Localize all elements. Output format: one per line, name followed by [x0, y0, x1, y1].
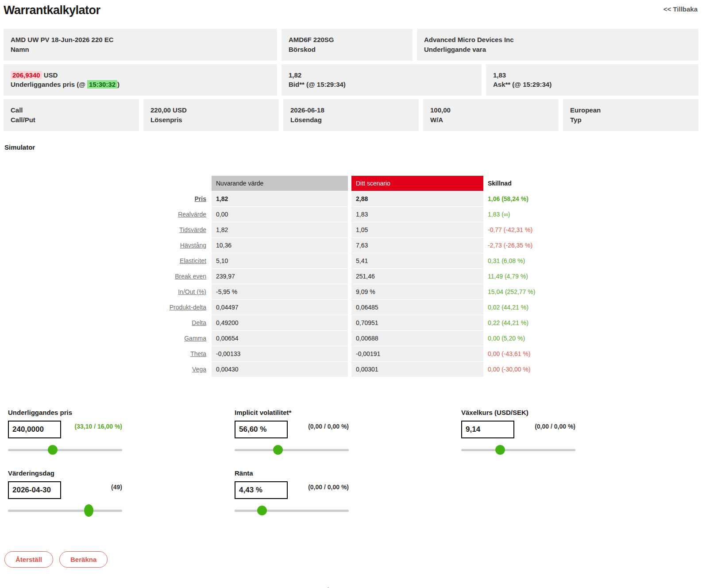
- cell-diff: 0,02 (44,21 %): [487, 300, 698, 315]
- cell-current: -0,00133: [212, 346, 348, 361]
- slider-track[interactable]: [235, 449, 349, 451]
- info-value: 220,00 USD: [150, 105, 272, 115]
- ask-value: 1,83: [493, 70, 691, 80]
- interest-rate-slider[interactable]: [235, 505, 349, 516]
- underlying-price-annotation: (33,10 / 16,00 %): [75, 423, 122, 430]
- info-value: Advanced Micro Devices Inc: [424, 35, 691, 45]
- valuation-date-annotation: (49): [111, 484, 122, 491]
- cell-diff: 1,06 (58,24 %): [487, 191, 698, 206]
- cell-diff: 15,04 (252,77 %): [487, 284, 698, 299]
- row-label-theta: Theta: [4, 350, 208, 357]
- cell-scenario: 7,63: [351, 238, 483, 253]
- underlying-price-value: 206,9340: [11, 71, 42, 79]
- info-box-name: AMD UW PV 18-Jun-2026 220 EC Namn: [4, 29, 277, 61]
- info-value: AMD UW PV 18-Jun-2026 220 EC: [11, 35, 270, 45]
- slider-thumb[interactable]: [84, 504, 93, 517]
- info-box-callput: Call Call/Put: [4, 99, 139, 131]
- slider-track[interactable]: [8, 510, 122, 512]
- info-value: 100,00: [430, 105, 552, 115]
- info-value: 2026-06-18: [290, 105, 412, 115]
- info-label: Underliggande vara: [424, 45, 691, 54]
- info-box-expiry: 2026-06-18 Lösendag: [283, 99, 419, 131]
- cell-current: 1,82: [212, 222, 348, 237]
- row-link[interactable]: Realvärde: [178, 211, 206, 218]
- slider-track[interactable]: [235, 510, 349, 512]
- bid-value: 1,82: [289, 70, 474, 80]
- control-underlying-price: Underliggandes pris (33,10 / 16,00 %): [8, 409, 122, 455]
- underlying-price-label-suffix: ): [117, 81, 120, 88]
- info-value: AMD6F 220SG: [289, 35, 405, 45]
- row-label-vega: Vega: [4, 366, 208, 373]
- row-link[interactable]: In/Out (%): [178, 288, 206, 295]
- control-label: Växelkurs (USD/SEK): [461, 409, 575, 416]
- slider-thumb[interactable]: [48, 445, 58, 455]
- column-header-diff: Skillnad: [487, 176, 698, 191]
- underlying-price-currency: USD: [44, 71, 58, 79]
- reset-button[interactable]: Återställ: [4, 551, 53, 568]
- cell-diff: 0,00 (-43,61 %): [487, 346, 698, 361]
- info-box-underlying: Advanced Micro Devices Inc Underliggande…: [417, 29, 698, 61]
- cell-diff: -2,73 (-26,35 %): [487, 238, 698, 253]
- control-interest-rate: Ränta (0,00 / 0,00 %): [235, 469, 349, 516]
- interest-rate-input[interactable]: [235, 481, 288, 499]
- simulator-table: Nuvarande värde Ditt scenario Skillnad P…: [4, 176, 698, 377]
- row-link[interactable]: Vega: [192, 366, 206, 373]
- slider-thumb[interactable]: [495, 445, 505, 455]
- exchange-rate-slider[interactable]: [461, 445, 575, 455]
- info-row-2: 206,9340 USD Underliggandes pris (@ 15:3…: [4, 64, 698, 96]
- slider-thumb[interactable]: [273, 445, 283, 455]
- cell-current: 10,36: [212, 238, 348, 253]
- control-label: Underliggandes pris: [8, 409, 122, 416]
- row-link[interactable]: Pris: [195, 195, 206, 202]
- implied-volatility-annotation: (0,00 / 0,00 %): [308, 423, 349, 430]
- info-row-3: Call Call/Put 220,00 USD Lösenpris 2026-…: [4, 99, 698, 131]
- info-row-1: AMD UW PV 18-Jun-2026 220 EC Namn AMD6F …: [4, 29, 698, 61]
- valuation-date-input[interactable]: [8, 481, 61, 499]
- row-label-gamma: Gamma: [4, 335, 208, 342]
- info-value: Call: [11, 105, 132, 115]
- underlying-price-input[interactable]: [8, 421, 61, 438]
- back-link[interactable]: << Tillbaka: [663, 5, 698, 13]
- cell-scenario: 0,06485: [351, 300, 483, 315]
- column-header-current: Nuvarande värde: [212, 176, 348, 191]
- control-label: Implicit volatilitet*: [235, 409, 349, 416]
- slider-track[interactable]: [461, 449, 575, 451]
- column-header-scenario: Ditt scenario: [351, 176, 483, 191]
- underlying-price-label-text: Underliggandes pris (@: [11, 81, 87, 88]
- underlying-price-slider[interactable]: [8, 445, 122, 455]
- cell-current: 0,04497: [212, 300, 348, 315]
- row-label-in-out: In/Out (%): [4, 288, 208, 295]
- cell-diff: 0,22 (44,21 %): [487, 315, 698, 330]
- row-label-tidsvarde: Tidsvärde: [4, 226, 208, 233]
- ask-label: Ask** (@ 15:29:34): [493, 80, 691, 89]
- topbar: Warrantkalkylator << Tillbaka: [4, 4, 698, 17]
- row-link[interactable]: Theta: [190, 350, 206, 357]
- cell-diff: 0,00 (-30,00 %): [487, 362, 698, 377]
- slider-thumb[interactable]: [257, 506, 267, 515]
- row-link[interactable]: Produkt-delta: [170, 304, 206, 311]
- button-row: Återställ Beräkna: [4, 551, 698, 568]
- page-title: Warrantkalkylator: [4, 4, 100, 17]
- row-link[interactable]: Tidsvärde: [179, 226, 206, 233]
- cell-scenario: 251,46: [351, 269, 483, 284]
- exchange-rate-input[interactable]: [461, 421, 514, 438]
- simulator-heading: Simulator: [4, 143, 698, 151]
- valuation-date-slider[interactable]: [8, 505, 122, 516]
- cell-scenario: 5,41: [351, 253, 483, 268]
- calculate-button[interactable]: Beräkna: [59, 551, 108, 568]
- cell-diff: 11,49 (4,79 %): [487, 269, 698, 284]
- row-link[interactable]: Delta: [192, 319, 206, 326]
- cell-diff: 0,00 (5,20 %): [487, 331, 698, 346]
- cell-diff: 0,31 (6,08 %): [487, 253, 698, 268]
- implied-volatility-slider[interactable]: [235, 445, 349, 455]
- row-link[interactable]: Gamma: [184, 335, 206, 342]
- row-link[interactable]: Break even: [175, 273, 206, 280]
- row-label-realvarde: Realvärde: [4, 211, 208, 218]
- row-label-break-even: Break even: [4, 273, 208, 280]
- exchange-rate-annotation: (0,00 / 0,00 %): [535, 423, 575, 430]
- row-label-havstang: Hävstång: [4, 242, 208, 249]
- slider-track[interactable]: [8, 449, 122, 451]
- implied-volatility-input[interactable]: [235, 421, 288, 438]
- row-link[interactable]: Elasticitet: [180, 257, 206, 264]
- row-link[interactable]: Hävstång: [180, 242, 206, 249]
